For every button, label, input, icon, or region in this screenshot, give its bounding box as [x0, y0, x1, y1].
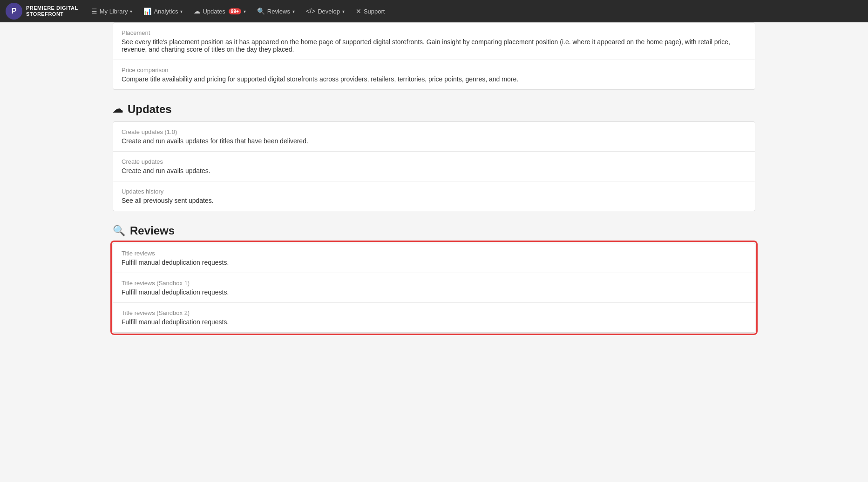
card-row-title: Placement [122, 29, 746, 36]
analytics-nav-icon: 📊 [143, 7, 151, 15]
nav-item-reviews[interactable]: 🔍Reviews▾ [251, 0, 300, 22]
card-row-title: Title reviews (Sandbox 2) [122, 309, 746, 316]
main-content: PlacementSee every title's placement pos… [103, 22, 765, 361]
updates-badge: 99+ [229, 8, 241, 14]
nav-item-updates[interactable]: ☁Updates99+▾ [188, 0, 251, 22]
updates-caret-icon: ▾ [244, 9, 246, 14]
card-row-title: Updates history [122, 188, 746, 195]
section-reviews-section: 🔍ReviewsTitle reviewsFulfill manual dedu… [113, 224, 755, 333]
develop-nav-icon: </> [306, 7, 315, 15]
my-library-nav-icon: ☰ [91, 7, 97, 15]
list-item[interactable]: Create updatesCreate and run avails upda… [113, 152, 755, 181]
brand-logo-link[interactable]: P PREMIERE DIGITAL STOREFRONT [6, 3, 78, 20]
reviews-nav-icon: 🔍 [257, 7, 265, 15]
card-row-desc: Fulfill manual deduplication requests. [122, 318, 746, 326]
list-item[interactable]: Price comparisonCompare title availabili… [113, 60, 755, 89]
updates-section-header-label: Updates [128, 103, 172, 116]
card-table-reviews-section: Title reviewsFulfill manual deduplicatio… [113, 243, 755, 333]
card-row-title: Title reviews (Sandbox 1) [122, 280, 746, 287]
card-row-title: Create updates (1.0) [122, 128, 746, 135]
reviews-section-header-label: Reviews [130, 224, 175, 237]
list-item[interactable]: Title reviewsFulfill manual deduplicatio… [113, 243, 755, 273]
reviews-caret-icon: ▾ [292, 9, 295, 14]
my-library-nav-label: My Library [100, 8, 128, 15]
section-placement-section: PlacementSee every title's placement pos… [113, 22, 755, 90]
support-nav-label: Support [364, 8, 385, 15]
reviews-nav-label: Reviews [267, 8, 290, 15]
list-item[interactable]: Create updates (1.0)Create and run avail… [113, 122, 755, 152]
card-row-title: Price comparison [122, 67, 746, 74]
card-table-placement-section: PlacementSee every title's placement pos… [113, 22, 755, 90]
card-row-desc: Compare title availability and pricing f… [122, 75, 746, 83]
nav-item-analytics[interactable]: 📊Analytics▾ [138, 0, 188, 22]
card-row-title: Create updates [122, 158, 746, 165]
navigation: P PREMIERE DIGITAL STOREFRONT ☰My Librar… [0, 0, 868, 22]
section-header-reviews-section: 🔍Reviews [113, 224, 755, 237]
list-item[interactable]: Title reviews (Sandbox 1)Fulfill manual … [113, 273, 755, 303]
updates-nav-icon: ☁ [194, 7, 200, 15]
list-item[interactable]: PlacementSee every title's placement pos… [113, 23, 755, 60]
card-row-desc: Create and run avails updates. [122, 167, 746, 174]
nav-item-my-library[interactable]: ☰My Library▾ [86, 0, 138, 22]
list-item[interactable]: Updates historySee all previously sent u… [113, 181, 755, 211]
card-row-desc: See all previously sent updates. [122, 197, 746, 204]
analytics-caret-icon: ▾ [180, 9, 183, 14]
card-row-desc: Fulfill manual deduplication requests. [122, 259, 746, 266]
card-row-desc: See every title's placement position as … [122, 38, 746, 53]
section-header-updates-section: ☁Updates [113, 103, 755, 116]
nav-item-develop[interactable]: </>Develop▾ [300, 0, 350, 22]
my-library-caret-icon: ▾ [130, 9, 132, 14]
card-row-title: Title reviews [122, 250, 746, 257]
section-updates-section: ☁UpdatesCreate updates (1.0)Create and r… [113, 103, 755, 211]
card-row-desc: Fulfill manual deduplication requests. [122, 288, 746, 296]
updates-nav-label: Updates [203, 8, 225, 15]
brand-letter: P [6, 3, 22, 20]
analytics-nav-label: Analytics [154, 8, 178, 15]
develop-nav-label: Develop [318, 8, 340, 15]
updates-section-header-icon: ☁ [113, 103, 123, 115]
brand-name: PREMIERE DIGITAL STOREFRONT [26, 5, 78, 17]
reviews-section-header-icon: 🔍 [113, 225, 125, 237]
nav-item-support[interactable]: ✕Support [350, 0, 391, 22]
card-row-desc: Create and run avails updates for titles… [122, 137, 746, 145]
develop-caret-icon: ▾ [342, 9, 345, 14]
support-nav-icon: ✕ [356, 7, 361, 15]
list-item[interactable]: Title reviews (Sandbox 2)Fulfill manual … [113, 303, 755, 332]
card-table-updates-section: Create updates (1.0)Create and run avail… [113, 121, 755, 211]
